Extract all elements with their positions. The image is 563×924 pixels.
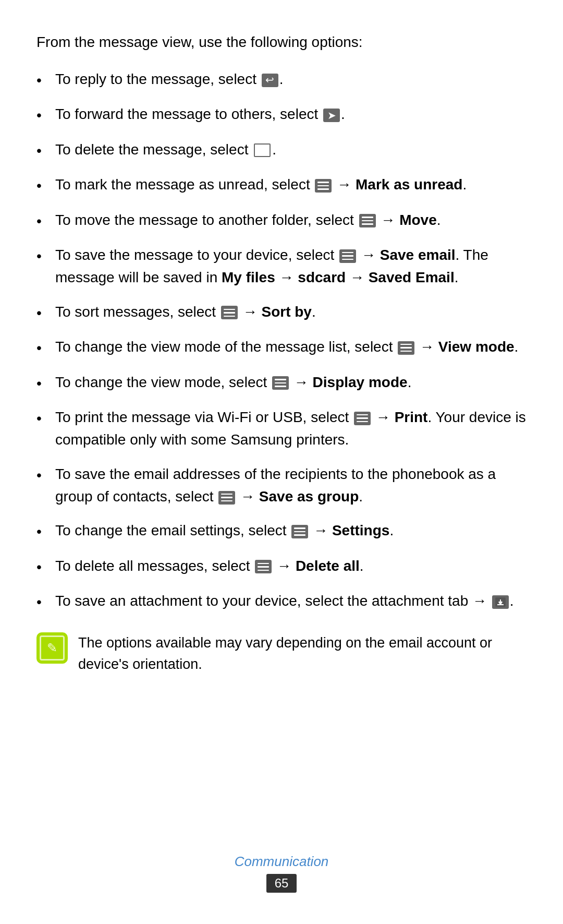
bullet-content: To change the email settings, select → S… (55, 519, 527, 542)
menu-line (294, 534, 305, 536)
footer-label: Communication (0, 854, 563, 870)
list-item: • To save the message to your device, se… (36, 244, 527, 289)
menu-line (224, 309, 235, 310)
option-label: Sort by (261, 304, 311, 320)
menu-icon (339, 249, 356, 263)
bullet-dot: • (36, 69, 51, 91)
list-item: • To change the email settings, select →… (36, 519, 527, 543)
bullet-dot: • (36, 245, 51, 267)
menu-line (362, 217, 373, 218)
list-item: • To change the view mode, select → Disp… (36, 371, 527, 394)
menu-line (317, 182, 329, 183)
menu-line (221, 497, 232, 498)
bullet-list: • To reply to the message, select ↩. • T… (36, 68, 527, 614)
download-icon (492, 595, 509, 609)
bullet-content: To save an attachment to your device, se… (55, 590, 527, 612)
option-label: Delete all (296, 558, 360, 574)
menu-line (317, 188, 329, 190)
download-svg (495, 597, 506, 607)
forward-icon: ➤ (323, 109, 340, 122)
bullet-content: To change the view mode, select → Displa… (55, 371, 527, 393)
menu-line (221, 500, 232, 502)
bullet-content: To delete all messages, select → Delete … (55, 555, 527, 577)
menu-line (400, 351, 412, 352)
bullet-dot: • (36, 139, 51, 162)
menu-icon (255, 560, 272, 573)
menu-line (275, 379, 286, 380)
intro-text: From the message view, use the following… (36, 31, 527, 53)
note-text: The options available may vary depending… (78, 632, 527, 676)
option-label: View mode (438, 339, 515, 355)
bullet-content: To change the view mode of the message l… (55, 335, 527, 358)
menu-line (357, 417, 368, 419)
menu-line (294, 527, 305, 529)
bullet-dot: • (36, 210, 51, 232)
bullet-content: To delete the message, select . (55, 138, 527, 161)
bullet-content: To mark the message as unread, select → … (55, 173, 527, 196)
list-item: • To delete all messages, select → Delet… (36, 555, 527, 578)
menu-line (357, 414, 368, 416)
menu-line (224, 312, 235, 314)
option-label: Settings (332, 522, 389, 538)
bullet-dot: • (36, 556, 51, 578)
list-item: • To mark the message as unread, select … (36, 173, 527, 197)
menu-icon (291, 525, 308, 538)
bullet-content: To save the email addresses of the recip… (55, 463, 527, 508)
list-item: • To forward the message to others, sele… (36, 103, 527, 126)
bullet-content: To save the message to your device, sele… (55, 244, 527, 289)
list-item: • To save the email addresses of the rec… (36, 463, 527, 508)
menu-line (294, 531, 305, 533)
option-label: Move (399, 212, 437, 228)
menu-line (400, 347, 412, 349)
menu-line (342, 259, 353, 260)
bullet-dot: • (36, 407, 51, 429)
bullet-content: To print the message via Wi-Fi or USB, s… (55, 406, 527, 451)
bullet-dot: • (36, 302, 51, 324)
option-label: Save as group (259, 488, 359, 505)
menu-line (258, 566, 269, 568)
path-label: My files → sdcard → Saved Email (222, 269, 455, 285)
footer-page-number: 65 (266, 874, 297, 893)
delete-icon (254, 143, 271, 157)
menu-icon (218, 491, 235, 505)
menu-line (362, 220, 373, 222)
menu-icon (354, 412, 371, 425)
menu-icon (272, 376, 289, 390)
bullet-dot: • (36, 337, 51, 359)
menu-line (275, 382, 286, 384)
menu-icon (359, 214, 376, 227)
list-item: • To save an attachment to your device, … (36, 590, 527, 613)
page-container: From the message view, use the following… (0, 0, 563, 738)
bullet-dot: • (36, 464, 51, 486)
menu-line (224, 316, 235, 317)
list-item: • To move the message to another folder,… (36, 209, 527, 232)
note-box: The options available may vary depending… (36, 632, 527, 676)
reply-icon: ↩ (262, 74, 278, 87)
list-item: • To sort messages, select → Sort by. (36, 301, 527, 324)
menu-icon (315, 179, 332, 193)
option-label: Display mode (313, 374, 408, 390)
menu-line (258, 570, 269, 571)
menu-line (357, 421, 368, 423)
menu-line (342, 252, 353, 254)
bullet-dot: • (36, 104, 51, 126)
bullet-content: To forward the message to others, select… (55, 103, 527, 125)
menu-line (275, 386, 286, 387)
bullet-content: To reply to the message, select ↩. (55, 68, 527, 90)
menu-icon (221, 306, 238, 319)
bullet-content: To sort messages, select → Sort by. (55, 301, 527, 323)
note-icon (36, 632, 68, 664)
menu-line (258, 563, 269, 565)
menu-line (317, 185, 329, 187)
list-item: • To delete the message, select . (36, 138, 527, 162)
list-item: • To print the message via Wi-Fi or USB,… (36, 406, 527, 451)
menu-line (221, 494, 232, 495)
bullet-dot: • (36, 372, 51, 394)
option-label: Print (395, 409, 428, 425)
page-footer: Communication 65 (0, 854, 563, 893)
bullet-dot: • (36, 591, 51, 613)
bullet-content: To move the message to another folder, s… (55, 209, 527, 231)
bullet-dot: • (36, 520, 51, 543)
menu-line (362, 223, 373, 225)
bullet-dot: • (36, 174, 51, 197)
